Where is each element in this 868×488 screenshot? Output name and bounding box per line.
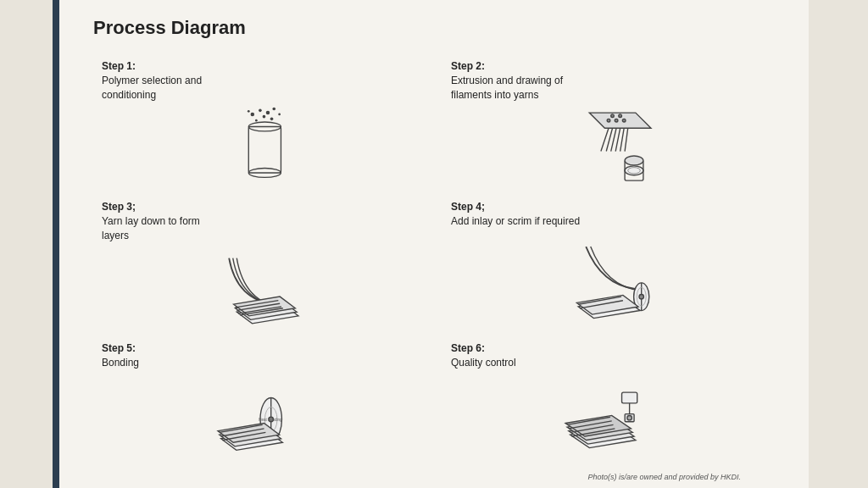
step-6-illustration: [451, 373, 775, 465]
left-sidebar: [0, 0, 59, 488]
sidebar-accent: [53, 0, 59, 488]
svg-line-23: [626, 129, 629, 152]
step-2-illustration: [451, 105, 775, 190]
step-1-illustration: [102, 105, 426, 190]
right-sidebar: [809, 0, 868, 488]
step-2-desc: Extrusion and drawing offilaments into y…: [451, 74, 775, 103]
step-4-label: Step 4;: [451, 200, 775, 214]
page-title: Process Diagram: [93, 17, 783, 39]
step-3-cell: Step 3; Yarn lay down to formlayers: [85, 195, 434, 336]
svg-point-26: [626, 156, 644, 165]
step-5-cell: Step 5: Bonding Heat Bonding: [85, 336, 434, 470]
step-3-label: Step 3;: [102, 200, 426, 214]
svg-point-0: [250, 113, 254, 117]
svg-point-2: [265, 111, 270, 115]
svg-point-14: [615, 119, 619, 123]
step-6-label: Step 6:: [451, 341, 775, 356]
svg-point-3: [272, 108, 275, 111]
step-5-illustration: Heat Bonding: [102, 373, 426, 465]
svg-point-6: [270, 118, 273, 121]
step-6-cell: Step 6: Quality control: [434, 336, 783, 470]
step-3-desc: Yarn lay down to formlayers: [102, 214, 426, 243]
svg-point-1: [259, 109, 262, 113]
step-1-label: Step 1:: [102, 59, 426, 74]
svg-point-7: [278, 114, 281, 116]
step-1-cell: Step 1: Polymer selection andconditionin…: [85, 54, 434, 195]
svg-point-4: [262, 115, 265, 119]
step-6-desc: Quality control: [451, 356, 775, 370]
step-1-desc: Polymer selection andconditioning: [102, 74, 426, 103]
photo-credit: Photo(s) is/are owned and provided by HK…: [587, 473, 741, 481]
step-5-desc: Bonding: [102, 356, 426, 370]
svg-point-17: [619, 114, 622, 118]
svg-rect-9: [248, 127, 281, 174]
step-4-desc: Add inlay or scrim if required: [451, 214, 775, 229]
main-content: Process Diagram Step 1: Polymer selectio…: [59, 0, 809, 488]
svg-line-22: [620, 129, 625, 152]
step-3-illustration: [102, 247, 426, 331]
svg-text:Heat Bonding: Heat Bonding: [259, 417, 283, 421]
svg-point-5: [255, 119, 258, 122]
step-2-cell: Step 2: Extrusion and drawing offilament…: [434, 54, 783, 195]
step-4-illustration: [451, 232, 775, 331]
step-4-cell: Step 4; Add inlay or scrim if required: [434, 195, 783, 336]
step-5-label: Step 5:: [102, 341, 426, 356]
svg-point-8: [247, 110, 249, 113]
step-2-label: Step 2:: [451, 59, 775, 74]
svg-point-38: [639, 295, 643, 299]
diagram-grid: Step 1: Polymer selection andconditionin…: [85, 54, 783, 470]
svg-line-21: [616, 129, 620, 152]
svg-point-13: [608, 119, 611, 123]
svg-point-15: [623, 119, 626, 123]
svg-point-16: [611, 114, 615, 118]
svg-rect-54: [622, 392, 637, 403]
svg-point-57: [627, 415, 632, 419]
